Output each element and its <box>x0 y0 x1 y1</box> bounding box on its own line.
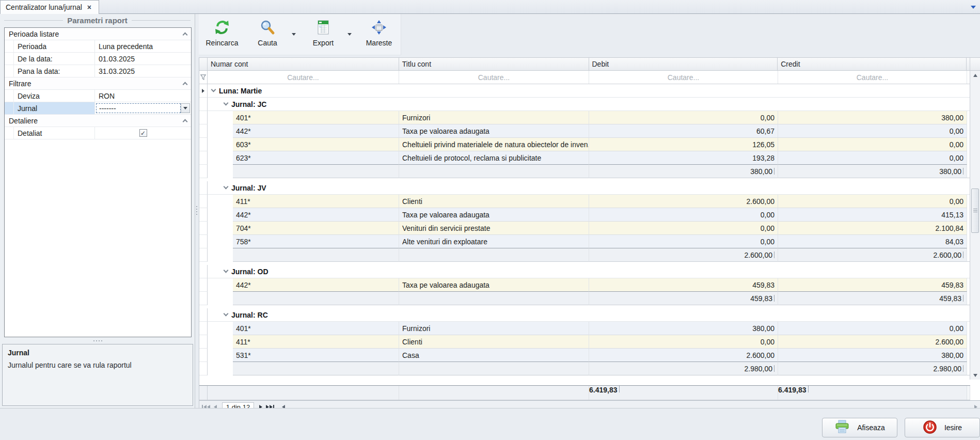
grand-total-row: 6.419,83 6.419,83 <box>199 385 970 400</box>
group-row-jurnal[interactable]: Jurnal: RC <box>199 308 970 322</box>
collapse-chevron-icon[interactable] <box>183 82 188 87</box>
cell-numar-cont: 442* <box>233 208 399 222</box>
param-row-deviza[interactable]: Deviza RON <box>5 90 191 102</box>
group-subtotal-row: 2.600,002.600,00 <box>199 248 970 262</box>
description-text: Jurnalul pentru care se va rula raportul <box>8 361 187 369</box>
section-filtrare[interactable]: Filtrare <box>5 77 191 90</box>
cell-numar-cont: 411* <box>233 335 399 349</box>
table-row[interactable]: 442*Taxa pe valoarea adaugata60,670,00 <box>199 124 970 138</box>
group-row-jurnal[interactable]: Jurnal: JV <box>199 181 970 195</box>
horizontal-splitter[interactable] <box>0 338 195 343</box>
table-row[interactable]: 531*Casa2.600,00380,00 <box>199 349 970 362</box>
cauta-button[interactable]: Cauta <box>246 15 289 54</box>
param-row-detaliat[interactable]: Detaliat ✓ <box>5 127 191 139</box>
group-row-luna[interactable]: Luna: Martie <box>199 84 970 98</box>
group-expand-chevron-icon[interactable] <box>224 184 229 190</box>
param-row-jurnal[interactable]: Jurnal ------- <box>5 102 191 115</box>
deviza-value[interactable]: RON <box>95 90 191 102</box>
cell-numar-cont: 623* <box>233 151 399 165</box>
param-row-de-la-data[interactable]: De la data: 01.03.2025 <box>5 53 191 65</box>
cell-debit: 2.600,00 <box>589 195 778 208</box>
group-expand-chevron-icon[interactable] <box>224 268 229 273</box>
param-row-pana-la-data[interactable]: Pana la data: 31.03.2025 <box>5 65 191 77</box>
table-row[interactable]: 623*Cheltuieli de protocol, reclama si p… <box>199 151 970 165</box>
section-detaliere[interactable]: Detaliere <box>5 115 191 127</box>
vertical-scrollbar[interactable] <box>970 71 980 380</box>
subtotal-debit: 459,83 <box>589 291 778 305</box>
tab-list-chevron-down-icon[interactable] <box>971 6 976 9</box>
reincarca-button[interactable]: Reincarca <box>201 15 243 54</box>
group-row-jurnal[interactable]: Jurnal: OD <box>199 265 970 278</box>
grid-header: Numar cont Titlu cont Debit Credit <box>199 57 980 71</box>
cell-titlu-cont: Clienti <box>399 335 589 349</box>
chevron-down-icon <box>347 33 352 36</box>
iesire-button[interactable]: Iesire <box>905 418 980 437</box>
table-row[interactable]: 442*Taxa pe valoarea adaugata0,00415,13 <box>199 208 970 222</box>
tab-title: Centralizator luna/jurnal <box>6 3 82 11</box>
collapse-chevron-icon[interactable] <box>183 33 188 38</box>
power-icon <box>923 420 937 436</box>
export-dropdown-button[interactable] <box>344 15 355 54</box>
cell-credit: 380,00 <box>778 111 967 124</box>
table-row[interactable]: 442*Taxa pe valoarea adaugata459,83459,8… <box>199 278 970 292</box>
tab-centralizator[interactable]: Centralizator luna/jurnal × <box>0 0 99 14</box>
cell-debit: 60,67 <box>589 124 778 138</box>
collapse-chevron-icon[interactable] <box>183 119 188 124</box>
filter-input-debit[interactable]: Cautare... <box>589 71 778 84</box>
subtotal-credit: 459,83 <box>778 291 967 305</box>
detaliat-checkbox[interactable]: ✓ <box>139 129 147 137</box>
export-button[interactable]: Export <box>302 15 344 54</box>
column-header-titlu-cont[interactable]: Titlu cont <box>399 58 589 70</box>
jurnal-dropdown[interactable]: ------- <box>96 103 190 113</box>
group-row-jurnal[interactable]: Jurnal: JC <box>199 98 970 111</box>
table-row[interactable]: 603*Cheltuieli privind materialele de na… <box>199 138 970 151</box>
afiseaza-button[interactable]: Afiseaza <box>822 418 897 437</box>
cell-debit: 380,00 <box>589 322 778 335</box>
group-expand-chevron-icon[interactable] <box>224 101 229 106</box>
section-perioada-listare[interactable]: Perioada listare <box>5 28 191 40</box>
parameters-panel: Parametri raport Perioada listare Perioa… <box>0 14 195 408</box>
cell-numar-cont: 704* <box>233 222 399 235</box>
description-title: Jurnal <box>8 349 187 357</box>
table-row[interactable]: 411*Clienti0,002.600,00 <box>199 335 970 349</box>
maximize-icon <box>371 18 387 37</box>
close-icon[interactable]: × <box>87 3 91 11</box>
filter-input-numar-cont[interactable]: Cautare... <box>208 71 399 84</box>
cauta-dropdown-button[interactable] <box>289 15 299 54</box>
mareste-button[interactable]: Mareste <box>358 15 400 54</box>
table-row[interactable]: 401*Furnizori0,00380,00 <box>199 111 970 124</box>
cell-titlu-cont: Clienti <box>399 195 589 208</box>
cell-debit: 0,00 <box>589 111 778 124</box>
column-header-credit[interactable]: Credit <box>778 58 967 70</box>
scrollbar-thumb[interactable] <box>971 188 979 233</box>
column-header-debit[interactable]: Debit <box>589 58 778 70</box>
filter-input-credit[interactable]: Cautare... <box>778 71 967 84</box>
scroll-up-button[interactable] <box>970 71 980 80</box>
filter-input-titlu-cont[interactable]: Cautare... <box>399 71 589 84</box>
cell-credit: 2.100,84 <box>778 222 967 235</box>
cell-numar-cont: 758* <box>233 235 399 248</box>
panel-caption: Parametri raport <box>0 16 195 25</box>
cell-titlu-cont: Taxa pe valoarea adaugata <box>399 278 589 292</box>
vertical-splitter[interactable] <box>195 14 199 408</box>
scroll-down-button[interactable] <box>970 371 980 380</box>
de-la-data-value[interactable]: 01.03.2025 <box>95 53 191 65</box>
param-row-perioada[interactable]: Perioada Luna precedenta <box>5 40 191 53</box>
cell-debit: 126,05 <box>589 138 778 151</box>
table-row[interactable]: 704*Venituri din servicii prestate0,002.… <box>199 222 970 235</box>
table-row[interactable]: 758*Alte venituri din exploatare0,0084,0… <box>199 235 970 248</box>
table-row[interactable]: 411*Clienti2.600,000,00 <box>199 195 970 208</box>
cell-numar-cont: 401* <box>233 111 399 124</box>
pana-la-data-value[interactable]: 31.03.2025 <box>95 65 191 77</box>
tab-bar: Centralizator luna/jurnal × <box>0 0 980 14</box>
perioada-value[interactable]: Luna precedenta <box>95 40 191 52</box>
dropdown-button[interactable] <box>181 103 190 113</box>
cell-credit: 2.600,00 <box>778 335 967 349</box>
group-expand-chevron-icon[interactable] <box>211 87 216 92</box>
subtotal-debit: 2.980,00 <box>589 362 778 375</box>
table-row[interactable]: 401*Furnizori380,000,00 <box>199 322 970 335</box>
group-expand-chevron-icon[interactable] <box>224 311 229 317</box>
column-header-numar-cont[interactable]: Numar cont <box>208 58 399 70</box>
cell-titlu-cont: Taxa pe valoarea adaugata <box>399 124 589 138</box>
cell-numar-cont: 442* <box>233 124 399 138</box>
